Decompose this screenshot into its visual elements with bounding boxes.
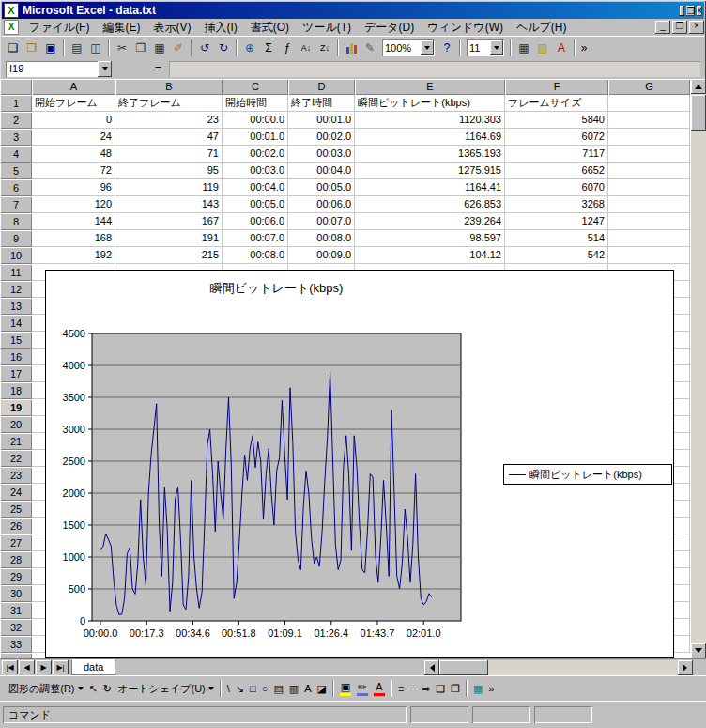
line-color-button[interactable]: ✏ <box>354 679 371 698</box>
threed-button[interactable]: ❐ <box>448 679 463 698</box>
row-header-5[interactable]: 5 <box>0 163 32 179</box>
column-header-A[interactable]: A <box>32 79 115 95</box>
cell-C4[interactable]: 00:02.0 <box>223 146 288 163</box>
row-header-2[interactable]: 2 <box>0 112 32 129</box>
scroll-down-button[interactable] <box>691 643 706 658</box>
rectangle-button[interactable]: □ <box>247 679 259 698</box>
drawing-button[interactable]: ✎ <box>361 39 379 57</box>
cell-C8[interactable]: 00:06.0 <box>223 213 288 230</box>
new-button[interactable]: ❏ <box>4 39 23 57</box>
chart-wizard-button[interactable] <box>342 39 361 57</box>
row-header-23[interactable]: 23 <box>0 467 32 484</box>
row-header-24[interactable]: 24 <box>0 484 32 501</box>
arrow-button[interactable]: ↘ <box>233 679 247 698</box>
menu-item-2[interactable]: 表示(V) <box>146 19 197 37</box>
cell-C3[interactable]: 00:01.0 <box>223 129 288 146</box>
cell-E9[interactable]: 98.597 <box>355 230 505 247</box>
font-size-combo[interactable]: 11 <box>467 39 504 56</box>
draw-menu-button[interactable]: 図形の調整(R) <box>6 679 86 698</box>
embedded-chart[interactable]: 05001000150020002500300035004000450000:0… <box>45 270 674 658</box>
free-rotate-button[interactable]: ↻ <box>100 679 115 698</box>
cell-F2[interactable]: 5840 <box>505 112 608 129</box>
cell-D1[interactable]: 終了時間 <box>288 95 355 112</box>
cell-C9[interactable]: 00:07.0 <box>223 230 288 247</box>
autoshapes-menu-button[interactable]: オートシェイプ(U) <box>115 679 217 698</box>
sort-ascending-button[interactable]: A↓ <box>297 39 315 57</box>
cell-A6[interactable]: 96 <box>32 179 115 196</box>
row-header-20[interactable]: 20 <box>0 416 32 433</box>
arrow-style-button[interactable]: ⇒ <box>419 679 433 698</box>
row-header-32[interactable]: 32 <box>0 619 32 636</box>
menu-item-8[interactable]: ヘルプ(H) <box>510 19 574 37</box>
row-header-21[interactable]: 21 <box>0 433 32 450</box>
cell-A9[interactable]: 168 <box>32 230 115 247</box>
row-header-16[interactable]: 16 <box>0 349 32 365</box>
cell-A4[interactable]: 48 <box>32 146 115 163</box>
cell-E4[interactable]: 1365.193 <box>355 146 505 163</box>
cell-A5[interactable]: 72 <box>32 163 115 179</box>
cell-F5[interactable]: 6652 <box>505 163 608 179</box>
paste-button[interactable]: ▦ <box>150 39 169 57</box>
cell-E10[interactable]: 104.12 <box>355 247 505 264</box>
close-button[interactable]: × <box>697 6 702 16</box>
column-header-C[interactable]: C <box>223 79 288 95</box>
name-box-dropdown-button[interactable] <box>98 61 112 77</box>
row-header-10[interactable]: 10 <box>0 247 32 264</box>
text-box-button[interactable]: ▤ <box>270 679 285 698</box>
cell-E2[interactable]: 1120.303 <box>355 112 505 129</box>
edit-formula-button[interactable]: = <box>155 62 161 75</box>
cell-B5[interactable]: 95 <box>115 163 223 179</box>
next-sheet-button[interactable]: ▶ <box>36 660 52 674</box>
cell-E3[interactable]: 1164.69 <box>355 129 505 146</box>
row-header-18[interactable]: 18 <box>0 382 32 399</box>
cell-C7[interactable]: 00:05.0 <box>223 196 288 213</box>
cell-C1[interactable]: 開始時間 <box>223 95 288 112</box>
cell-D2[interactable]: 00:01.0 <box>288 112 355 129</box>
sheet-tab-data[interactable]: data <box>71 659 115 675</box>
vertical-scrollbar[interactable] <box>691 79 706 658</box>
cell-G3[interactable] <box>608 129 690 146</box>
cell-B10[interactable]: 215 <box>115 247 223 264</box>
cell-E1[interactable]: 瞬間ビットレート(kbps) <box>355 95 505 112</box>
horizontal-scroll-thumb[interactable] <box>439 660 488 675</box>
vertical-scroll-thumb[interactable] <box>691 95 706 131</box>
cell-F4[interactable]: 7117 <box>505 146 608 163</box>
line-button[interactable]: \ <box>224 679 233 698</box>
copy-button[interactable]: ❐ <box>131 39 150 57</box>
cell-G4[interactable] <box>608 146 690 163</box>
row-header-11[interactable]: 11 <box>0 264 32 281</box>
cell-G5[interactable] <box>608 163 690 179</box>
menu-item-6[interactable]: データ(D) <box>358 19 421 37</box>
menu-item-7[interactable]: ウィンドウ(W) <box>421 19 510 37</box>
sort-descending-button[interactable]: Z↓ <box>315 39 334 57</box>
open-button[interactable]: ❒ <box>23 39 41 57</box>
zoom-combo[interactable]: 100% <box>382 39 435 56</box>
cell-D8[interactable]: 00:07.0 <box>288 213 355 230</box>
print-button[interactable]: ▤ <box>68 39 86 57</box>
menu-item-4[interactable]: 書式(O) <box>244 19 296 37</box>
scroll-up-button[interactable] <box>691 79 706 94</box>
formula-input[interactable] <box>169 61 700 77</box>
cell-D9[interactable]: 00:08.0 <box>288 230 355 247</box>
fill-color-button[interactable]: ▨ <box>533 39 552 57</box>
cell-F6[interactable]: 6070 <box>505 179 608 196</box>
cell-B8[interactable]: 167 <box>115 213 223 230</box>
row-header-14[interactable]: 14 <box>0 315 32 332</box>
cell-D6[interactable]: 00:05.0 <box>288 179 355 196</box>
scroll-left-button[interactable] <box>424 660 439 675</box>
horizontal-scrollbar[interactable] <box>424 660 693 675</box>
borders-button[interactable]: ▦ <box>514 39 533 57</box>
wordart-button[interactable]: A <box>301 679 314 698</box>
select-objects-button[interactable]: ↖ <box>86 679 100 698</box>
scroll-right-button[interactable] <box>678 660 693 675</box>
cell-E8[interactable]: 239.264 <box>355 213 505 230</box>
cell-C10[interactable]: 00:08.0 <box>223 247 288 264</box>
cell-A3[interactable]: 24 <box>32 129 115 146</box>
format-painter-button[interactable]: ✐ <box>169 39 188 57</box>
cell-G7[interactable] <box>608 196 690 213</box>
cell-F7[interactable]: 3268 <box>505 196 608 213</box>
row-header-7[interactable]: 7 <box>0 196 32 213</box>
line-style-button[interactable]: ≡ <box>395 679 407 698</box>
cell-B6[interactable]: 119 <box>115 179 223 196</box>
undo-button[interactable]: ↺ <box>195 39 214 57</box>
